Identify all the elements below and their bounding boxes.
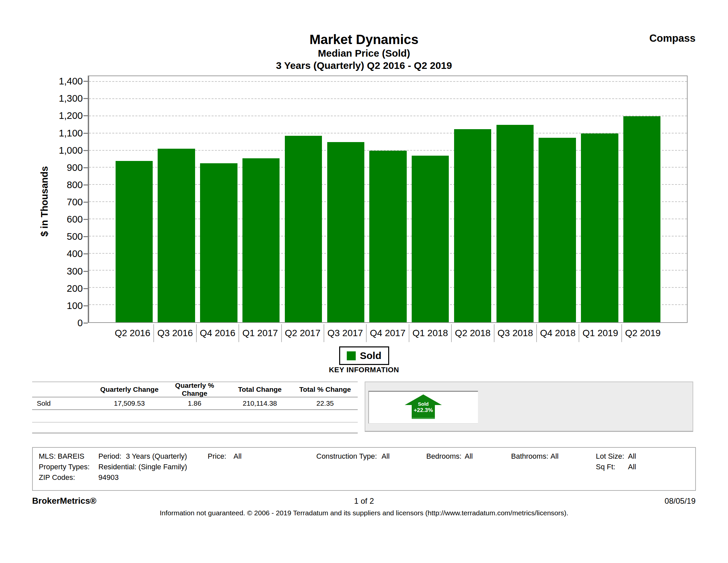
y-tick-label: 1,000 (42, 145, 83, 156)
bar-slot (282, 76, 325, 322)
y-axis-tick-labels: 01002003004005006007008009001,0001,1001,… (42, 76, 83, 323)
bar-q3-2016 (158, 149, 195, 322)
indicator-label: Sold (405, 401, 442, 407)
bar-q4-2018 (539, 138, 576, 322)
y-tick-label: 1,200 (42, 110, 83, 121)
y-tick-mark (83, 288, 88, 289)
report-date: 08/05/19 (665, 496, 696, 506)
y-tick-mark (83, 253, 88, 254)
x-axis-label: Q1 2019 (579, 324, 621, 342)
y-tick-mark (83, 236, 88, 237)
key-information-title: KEY INFORMATION (0, 366, 728, 374)
bar-q3-2017 (327, 142, 364, 322)
cell-quarterly-pct-change: 1.86 (162, 399, 227, 407)
y-tick-mark (83, 150, 88, 151)
bedrooms-value: All (465, 452, 473, 461)
bar-slot (240, 76, 282, 322)
indicator-change: +22.3% (405, 407, 442, 413)
y-tick-label: 200 (42, 283, 83, 294)
page-number: 1 of 2 (0, 496, 728, 506)
y-tick-mark (83, 323, 88, 324)
table-row-sold: Sold 17,509.53 1.86 210,114.38 22.35 (32, 397, 358, 410)
bar-q1-2019 (581, 133, 618, 322)
property-types-label: Property Types: (39, 463, 90, 471)
indicator-card: Sold +22.3% (368, 391, 478, 424)
y-tick-label: 1,400 (42, 76, 83, 87)
bar-q4-2016 (200, 163, 237, 322)
table-empty-row (32, 410, 358, 423)
y-tick-label: 300 (42, 266, 83, 277)
y-tick-label: 100 (42, 300, 83, 311)
bar-slot (198, 76, 240, 322)
sq-ft-label: Sq Ft: (596, 463, 615, 471)
row-label: Sold (32, 399, 97, 407)
y-tick-mark (83, 115, 88, 116)
bedrooms-label: Bedrooms: (426, 452, 461, 461)
y-tick-label: 800 (42, 179, 83, 190)
x-axis-label: Q1 2017 (238, 324, 281, 342)
bar-slot (536, 76, 579, 322)
bar-slot (578, 76, 621, 322)
x-axis-label: Q2 2016 (112, 324, 153, 342)
x-axis-label: Q2 2017 (281, 324, 324, 342)
indicator-text: Sold +22.3% (405, 401, 442, 413)
cell-total-pct-change: 22.35 (292, 399, 358, 407)
up-arrow-icon: Sold +22.3% (405, 394, 442, 420)
y-tick-mark (83, 305, 88, 306)
table-header: Total % Change (292, 385, 358, 393)
table-header: Total Change (227, 385, 292, 393)
indicator-panel: Sold +22.3% (365, 382, 693, 432)
zip-codes-value: 94903 (98, 473, 119, 482)
report-titles: Market Dynamics Median Price (Sold) 3 Ye… (0, 32, 728, 72)
lot-size-value: All (628, 452, 636, 461)
bar-q2-2019 (623, 116, 660, 322)
x-axis-labels: Q2 2016Q3 2016Q4 2016Q1 2017Q2 2017Q3 20… (88, 324, 688, 342)
bathrooms-value: All (550, 452, 558, 461)
x-axis-label: Q3 2018 (494, 324, 536, 342)
x-axis-label: Q4 2017 (366, 324, 408, 342)
sq-ft-value: All (628, 463, 636, 471)
bar-slot (155, 76, 198, 322)
y-axis-tick-marks (83, 76, 88, 323)
bar-q1-2017 (242, 158, 280, 322)
construction-type-label: Construction Type: (316, 452, 377, 461)
bar-q2-2018 (454, 129, 491, 322)
y-tick-label: 600 (42, 214, 83, 225)
bar-slot (367, 76, 409, 322)
y-tick-label: 1,100 (42, 128, 83, 139)
key-information-table: Quarterly Change Quarterly % Change Tota… (32, 382, 358, 434)
cell-quarterly-change: 17,509.53 (97, 399, 162, 407)
lot-size-label: Lot Size: (596, 452, 624, 461)
price-value: All (234, 452, 241, 461)
x-axis-label: Q4 2018 (536, 324, 579, 342)
x-axis-label: Q3 2017 (324, 324, 366, 342)
page-subtitle: Median Price (Sold) (0, 47, 728, 60)
page-period: 3 Years (Quarterly) Q2 2016 - Q2 2019 (0, 60, 728, 72)
y-tick-mark (83, 167, 88, 168)
y-tick-mark (83, 184, 88, 185)
y-tick-label: 900 (42, 162, 83, 173)
legend-label: Sold (360, 350, 382, 361)
bars (89, 76, 687, 322)
y-tick-label: 500 (42, 231, 83, 242)
period-label: Period: (98, 452, 122, 461)
x-axis-label: Q3 2016 (153, 324, 196, 342)
cell-total-change: 210,114.38 (227, 399, 292, 407)
bar-q1-2018 (412, 156, 449, 322)
table-header: Quarterly % Change (162, 382, 227, 397)
y-tick-label: 400 (42, 248, 83, 259)
y-tick-label: 0 (42, 317, 83, 329)
y-tick-mark (83, 271, 88, 272)
plot-area (88, 76, 688, 323)
bar-q2-2017 (285, 136, 322, 322)
y-tick-mark (83, 98, 88, 99)
legend-row: Sold (0, 346, 728, 365)
bar-slot (451, 76, 494, 322)
period-value: 3 Years (Quarterly) (126, 452, 187, 461)
mls-value: BAREIS (58, 452, 84, 461)
price-label: Price: (208, 452, 226, 461)
legend-box: Sold (339, 346, 389, 365)
filter-box: MLS: BAREIS Period: 3 Years (Quarterly) … (32, 447, 696, 491)
y-tick-mark (83, 202, 88, 203)
report-page: Market Dynamics Median Price (Sold) 3 Ye… (0, 0, 728, 563)
